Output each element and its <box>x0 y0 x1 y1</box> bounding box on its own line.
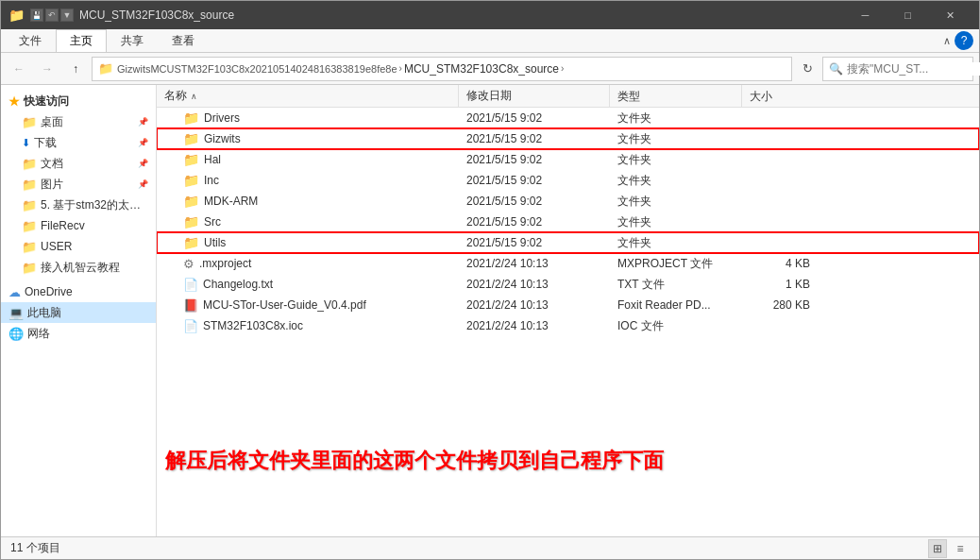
refresh-button[interactable]: ↻ <box>796 58 819 80</box>
sidebar-item-stm32-label: 5. 基于stm32的太阳... <box>41 197 148 213</box>
file-folder-icon: 📁 <box>183 131 199 146</box>
file-size-cell: 4 KB <box>742 257 818 270</box>
file-name-cell: 📁 Src <box>157 214 459 229</box>
item-count: 11 个项目 <box>10 540 60 556</box>
file-date-cell: 2021/2/24 10:13 <box>459 319 610 332</box>
quick-undo-btn[interactable]: ↶ <box>45 8 59 22</box>
quick-access-toolbar: 💾 ↶ ▼ <box>30 8 74 22</box>
up-icon: ↑ <box>73 62 78 76</box>
file-name-cell: ⚙ .mxproject <box>157 257 459 271</box>
file-folder-icon: 📁 <box>183 152 199 167</box>
table-row[interactable]: 📁 MDK-ARM 2021/5/15 9:02 文件夹 <box>157 191 979 212</box>
file-folder-icon: 📁 <box>183 194 199 209</box>
col-size-header[interactable]: 大小 <box>742 85 818 107</box>
tab-home[interactable]: 主页 <box>56 29 107 52</box>
col-type-header[interactable]: 类型 <box>610 85 742 107</box>
file-name-cell: 📕 MCU-STor-User-Guide_V0.4.pdf <box>157 298 459 313</box>
file-date-cell: 2021/5/15 9:02 <box>459 174 610 187</box>
file-date-cell: 2021/5/15 9:02 <box>459 195 610 208</box>
sidebar-item-onedrive[interactable]: ☁ OneDrive <box>1 281 156 302</box>
table-row[interactable]: ⚙ .mxproject 2021/2/24 10:13 MXPROJECT 文… <box>157 253 979 274</box>
ribbon: 文件 主页 共享 查看 ∧ ? <box>1 29 979 53</box>
quick-dropdown-btn[interactable]: ▼ <box>60 8 74 22</box>
sidebar-item-network[interactable]: 🌐 网络 <box>1 323 156 344</box>
table-row[interactable]: 📕 MCU-STor-User-Guide_V0.4.pdf 2021/2/24… <box>157 295 979 315</box>
table-row[interactable]: 📁 Gizwits 2021/5/15 9:02 文件夹 <box>157 128 979 149</box>
file-list: 📁 Drivers 2021/5/15 9:02 文件夹 📁 Gizwits 2… <box>157 108 979 536</box>
sidebar-item-downloads[interactable]: ⬇ 下载 📌 <box>1 132 156 153</box>
sidebar: ★ 快速访问 📁 桌面 📌 ⬇ 下载 📌 📁 文档 📌 📁 图片 <box>1 85 157 536</box>
close-button[interactable]: ✕ <box>929 1 972 29</box>
up-button[interactable]: ↑ <box>63 57 88 81</box>
file-type-cell: 文件夹 <box>610 152 742 168</box>
help-btn[interactable]: ? <box>955 31 973 50</box>
sidebar-item-downloads-label: 下载 <box>34 135 134 151</box>
col-type-label: 类型 <box>617 90 640 103</box>
file-name-cell: 📁 Drivers <box>157 110 459 126</box>
file-type-cell: 文件夹 <box>610 110 742 127</box>
address-segment-2[interactable]: MCU_STM32F103C8x_source <box>404 62 559 76</box>
col-date-header[interactable]: 修改日期 <box>459 85 610 107</box>
file-date-cell: 2021/2/24 10:13 <box>459 278 610 291</box>
file-name: Src <box>204 215 221 229</box>
file-type-cell: 文件夹 <box>610 173 742 189</box>
column-header: 名称 ∧ 修改日期 类型 大小 <box>157 85 979 108</box>
desktop-folder-icon: 📁 <box>22 115 37 129</box>
address-segment-1[interactable]: GizwitsMCUSTM32F103C8x202105140248163838… <box>117 63 397 75</box>
address-path: GizwitsMCUSTM32F103C8x202105140248163838… <box>117 62 786 76</box>
address-separator: › <box>399 63 402 74</box>
col-name-header[interactable]: 名称 ∧ <box>157 85 459 107</box>
main-layout: ★ 快速访问 📁 桌面 📌 ⬇ 下载 📌 📁 文档 📌 📁 图片 <box>1 85 979 536</box>
sidebar-item-filerecv[interactable]: 📁 FileRecv <box>1 215 156 236</box>
search-bar[interactable]: 🔍 <box>822 57 973 81</box>
table-row[interactable]: 📁 Src 2021/5/15 9:02 文件夹 <box>157 212 979 232</box>
tab-view[interactable]: 查看 <box>158 29 209 52</box>
list-view-icon: ≡ <box>956 542 963 555</box>
detail-view-btn[interactable]: ⊞ <box>928 539 947 558</box>
list-view-btn[interactable]: ≡ <box>951 539 970 558</box>
table-row[interactable]: 📁 Drivers 2021/5/15 9:02 文件夹 <box>157 108 979 128</box>
file-folder-icon: 📁 <box>183 110 199 126</box>
sidebar-item-tutorial[interactable]: 📁 接入机智云教程 <box>1 257 156 278</box>
sidebar-item-desktop[interactable]: 📁 桌面 📌 <box>1 111 156 132</box>
col-date-label: 修改日期 <box>466 88 512 104</box>
file-name: MDK-ARM <box>204 195 258 208</box>
address-end-arrow: › <box>561 63 564 74</box>
sidebar-item-thispc-label: 此电脑 <box>27 305 148 321</box>
minimize-button[interactable]: ─ <box>844 1 887 29</box>
filerecv-folder-icon: 📁 <box>22 219 37 233</box>
file-name: .mxproject <box>199 257 251 270</box>
tab-share[interactable]: 共享 <box>107 29 158 52</box>
search-input[interactable] <box>847 62 980 76</box>
file-name: Gizwits <box>204 132 241 145</box>
tab-file[interactable]: 文件 <box>5 29 56 52</box>
table-row[interactable]: 📄 Changelog.txt 2021/2/24 10:13 TXT 文件 1… <box>157 274 979 295</box>
quick-save-btn[interactable]: 💾 <box>30 8 43 22</box>
sidebar-item-stm32[interactable]: 📁 5. 基于stm32的太阳... <box>1 195 156 215</box>
file-name-cell: 📄 STM32F103C8x.ioc <box>157 319 459 333</box>
file-date-cell: 2021/5/15 9:02 <box>459 215 610 229</box>
sidebar-item-tutorial-label: 接入机智云教程 <box>41 260 148 276</box>
file-folder-icon: 📁 <box>183 173 199 188</box>
table-row[interactable]: 📁 Hal 2021/5/15 9:02 文件夹 <box>157 149 979 170</box>
table-row[interactable]: 📁 Inc 2021/5/15 9:02 文件夹 <box>157 170 979 191</box>
sidebar-item-thispc[interactable]: 💻 此电脑 <box>1 302 156 323</box>
back-button[interactable]: ← <box>7 57 31 81</box>
sidebar-item-pictures[interactable]: 📁 图片 📌 <box>1 174 156 195</box>
sidebar-item-documents[interactable]: 📁 文档 📌 <box>1 153 156 174</box>
sidebar-item-network-label: 网络 <box>27 326 148 342</box>
refresh-icon: ↻ <box>803 61 813 76</box>
sidebar-item-user[interactable]: 📁 USER <box>1 236 156 257</box>
ribbon-tabs: 文件 主页 共享 查看 ∧ ? <box>1 29 979 52</box>
window-title: MCU_STM32F103C8x_source <box>79 8 838 22</box>
table-row[interactable]: 📁 Utils 2021/5/15 9:02 文件夹 <box>157 232 979 253</box>
maximize-button[interactable]: □ <box>887 1 929 29</box>
file-folder-icon: 📁 <box>183 235 199 250</box>
ribbon-collapse-btn[interactable]: ∧ <box>943 35 951 47</box>
file-mxproject-icon: ⚙ <box>183 257 194 271</box>
file-folder-icon: 📁 <box>183 214 199 229</box>
download-icon: ⬇ <box>22 137 30 149</box>
address-bar[interactable]: 📁 GizwitsMCUSTM32F103C8x2021051402481638… <box>92 57 792 81</box>
forward-button[interactable]: → <box>35 57 59 81</box>
table-row[interactable]: 📄 STM32F103C8x.ioc 2021/2/24 10:13 IOC 文… <box>157 315 979 336</box>
